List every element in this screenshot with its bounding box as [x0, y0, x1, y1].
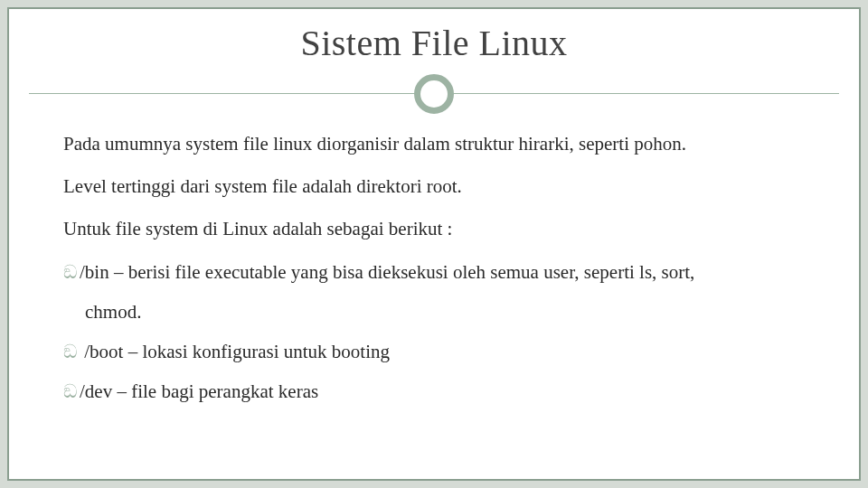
- divider-circle-icon: [414, 74, 454, 114]
- slide-title: Sistem File Linux: [9, 22, 859, 64]
- bullet-icon: ඞ: [63, 380, 78, 401]
- slide-frame: Sistem File Linux Pada umumnya system fi…: [7, 7, 861, 481]
- bullet-dev-text: /dev – file bagi perangkat keras: [80, 380, 318, 402]
- bullet-boot: ඞ /boot – lokasi konfigurasi untuk booti…: [63, 331, 805, 372]
- paragraph-list-intro: Untuk file system di Linux adalah sebaga…: [63, 209, 805, 249]
- bullet-bin-cont: chmod.: [63, 292, 805, 333]
- bullet-bin-text: /bin – berisi file executable yang bisa …: [80, 261, 694, 283]
- paragraph-intro: Pada umumnya system file linux diorganis…: [63, 124, 805, 164]
- bullet-boot-text: /boot – lokasi konfigurasi untuk booting: [80, 341, 390, 362]
- slide-body: Pada umumnya system file linux diorganis…: [9, 117, 859, 412]
- bullet-icon: ඞ: [63, 341, 78, 361]
- bullet-dev: ඞ/dev – file bagi perangkat keras: [63, 371, 805, 412]
- bullet-bin: ඞ/bin – berisi file executable yang bisa…: [63, 251, 805, 293]
- paragraph-root: Level tertinggi dari system file adalah …: [63, 166, 805, 207]
- bullet-icon: ඞ: [63, 261, 78, 282]
- title-divider: [9, 71, 859, 117]
